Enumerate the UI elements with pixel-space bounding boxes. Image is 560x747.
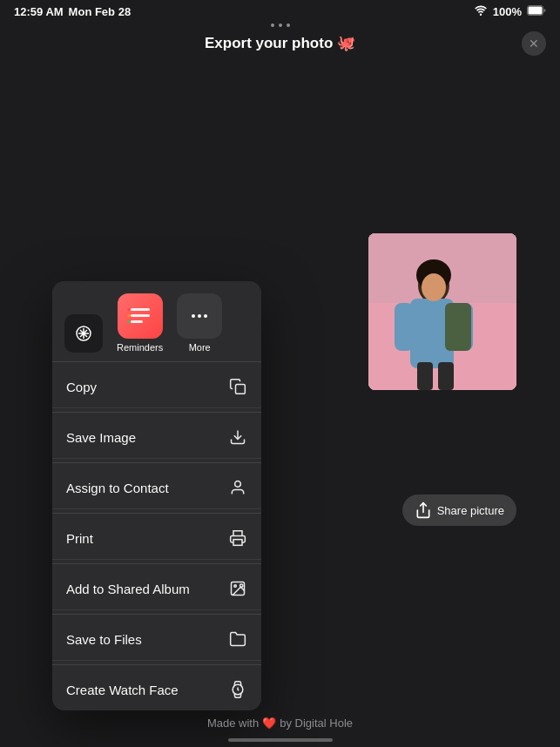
svg-point-10 [422,273,446,301]
page-title: Export your photo 🐙 [205,34,355,52]
app-icons-area: Reminders More [52,281,261,358]
more-icon [177,293,222,339]
menu-items: Copy Save Image [52,366,261,710]
save-files-label: Save to Files [66,632,142,647]
photo-figure [368,233,516,390]
battery-percentage: 100% [493,5,522,18]
dots-icon [189,306,210,326]
svg-rect-24 [236,385,246,394]
reminders-icon [118,293,163,339]
shared-album-label: Add to Shared Album [66,582,190,596]
heart-icon: ❤️ [262,717,276,730]
app-item-more[interactable]: More [177,293,222,353]
menu-item-assign-contact[interactable]: Assign to Contact [52,467,261,509]
app-icon-row: Reminders More [64,293,249,353]
folder-icon [228,629,247,649]
status-bar: 12:59 AM Mon Feb 28 100% [0,0,560,22]
date: Mon Feb 28 [69,5,132,18]
svg-point-19 [127,314,130,317]
svg-rect-15 [131,308,150,311]
svg-point-30 [240,584,243,587]
svg-point-18 [127,308,130,311]
assign-contact-label: Assign to Contact [66,481,169,495]
svg-rect-11 [417,362,433,390]
time: 12:59 AM [14,5,64,18]
divider-5 [52,614,261,615]
menu-item-copy[interactable]: Copy [52,366,261,408]
shared-album-icon [228,579,247,598]
menu-item-watch-face[interactable]: Create Watch Face [52,669,261,710]
svg-point-26 [235,481,241,488]
close-button[interactable]: ✕ [522,31,546,56]
divider-top [52,361,261,362]
svg-point-22 [198,314,201,318]
main-content: Share picture [0,59,560,737]
divider-4 [52,563,261,564]
copy-label: Copy [66,380,97,394]
magic-icon [72,322,95,345]
svg-rect-8 [445,303,471,351]
footer-author: by Digital Hole [280,717,353,730]
wifi-icon [474,5,488,18]
save-image-label: Save Image [66,430,136,445]
svg-rect-17 [131,320,143,323]
app-item-reminders[interactable]: Reminders [117,293,163,353]
photo-preview [368,233,516,390]
save-image-icon [228,427,247,447]
svg-rect-12 [438,362,454,390]
divider-6 [52,664,261,665]
print-label: Print [66,531,93,546]
divider-1 [52,412,261,413]
print-icon [228,528,247,548]
svg-rect-1 [529,7,543,15]
divider-2 [52,462,261,463]
share-sheet: Reminders More [52,281,261,710]
menu-item-shared-album[interactable]: Add to Shared Album [52,568,261,610]
person-icon [228,478,247,497]
page-header: Export your photo 🐙 ✕ [0,27,560,59]
status-time: 12:59 AM Mon Feb 28 [14,5,131,18]
home-indicator [228,738,333,742]
footer: Made with ❤️ by Digital Hole [207,717,353,730]
battery-icon [527,5,546,18]
menu-item-print[interactable]: Print [52,517,261,560]
svg-rect-6 [395,303,414,351]
reminders-list-icon [127,303,153,329]
spark-app-icon[interactable] [64,314,103,353]
copy-icon [228,377,247,396]
svg-point-21 [192,314,195,318]
footer-text: Made with [207,717,259,730]
watch-icon [228,680,247,699]
person-svg [368,233,516,390]
svg-rect-16 [131,314,150,317]
menu-item-save-files[interactable]: Save to Files [52,618,261,661]
svg-rect-27 [233,540,242,546]
divider-3 [52,513,261,514]
reminders-label: Reminders [117,342,163,353]
status-indicators: 100% [474,5,546,18]
share-picture-button[interactable]: Share picture [402,495,516,526]
svg-point-23 [204,314,207,318]
share-icon [415,501,432,519]
watch-face-label: Create Watch Face [66,683,179,697]
svg-point-20 [127,320,130,323]
menu-item-save-image[interactable]: Save Image [52,416,261,459]
svg-point-29 [234,585,237,588]
more-label: More [189,342,211,353]
share-picture-label: Share picture [437,504,504,517]
